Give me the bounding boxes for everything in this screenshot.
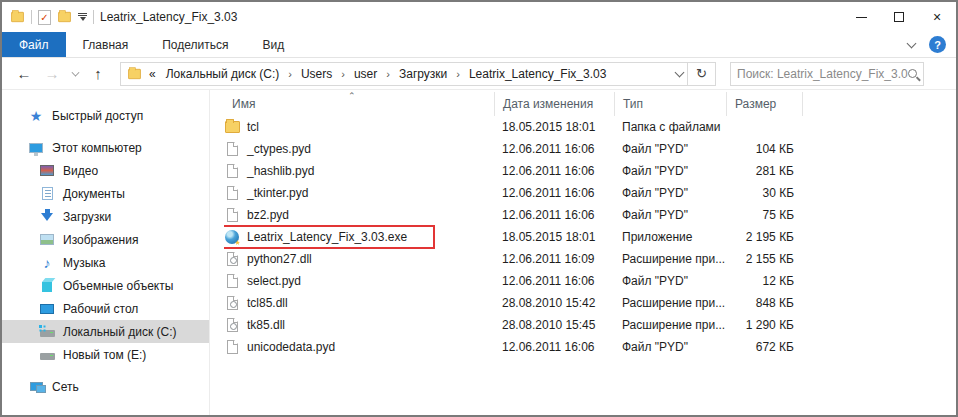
close-button[interactable]: ×	[918, 2, 956, 32]
sidebar-item-downloads[interactable]: Загрузки	[2, 205, 209, 228]
column-header-name[interactable]: Имя	[224, 92, 494, 116]
file-row[interactable]: select.pyd 12.06.2011 16:06 Файл "PYD" 1…	[210, 270, 956, 292]
file-row[interactable]: _tkinter.pyd 12.06.2011 16:06 Файл "PYD"…	[210, 182, 956, 204]
new-folder-icon[interactable]	[58, 12, 71, 22]
forward-icon[interactable]: →	[40, 65, 64, 82]
sidebar-item-this-pc[interactable]: Этот компьютер	[2, 136, 209, 159]
file-type: Расширение при...	[614, 252, 726, 266]
sidebar-item-label: Рабочий стол	[63, 302, 138, 316]
sidebar-item-documents[interactable]: Документы	[2, 182, 209, 205]
navigation-pane: ★ Быстрый доступ Этот компьютер Видео До…	[2, 90, 210, 415]
file-size: 281 КБ	[726, 164, 802, 178]
file-date: 18.05.2015 18:01	[494, 230, 614, 244]
breadcrumb-overflow[interactable]: «	[146, 67, 159, 81]
file-type: Папка с файлами	[614, 120, 726, 134]
file-type: Файл "PYD"	[614, 274, 726, 288]
chevron-right-icon: ›	[339, 68, 347, 80]
breadcrumb-item[interactable]: Users	[298, 67, 335, 81]
breadcrumb-item[interactable]: user	[351, 67, 380, 81]
breadcrumb-item[interactable]: Локальный диск (C:)	[163, 67, 283, 81]
minimize-button[interactable]	[842, 2, 880, 32]
tab-share[interactable]: Поделиться	[145, 32, 245, 57]
maximize-button[interactable]	[880, 2, 918, 32]
file-row[interactable]: _ctypes.pyd 12.06.2011 16:06 Файл "PYD" …	[210, 138, 956, 160]
drive-icon	[39, 347, 55, 363]
folder-icon	[224, 119, 240, 135]
sidebar-item-local-disk-c[interactable]: Локальный диск (C:)	[2, 320, 209, 343]
file-icon	[224, 339, 240, 355]
file-name: select.pyd	[247, 274, 301, 288]
video-icon	[39, 163, 55, 179]
window-controls: ×	[842, 2, 956, 32]
sidebar-item-desktop[interactable]: Рабочий стол	[2, 297, 209, 320]
file-list-pane: ⌃ Имя Дата изменения Тип Размер tcl 18.0…	[210, 90, 956, 415]
chevron-right-icon: ›	[454, 68, 462, 80]
file-icon	[224, 141, 240, 157]
file-row[interactable]: tcl 18.05.2015 18:01 Папка с файлами	[210, 116, 956, 138]
file-name: _hashlib.pyd	[247, 164, 314, 178]
tab-file[interactable]: Файл	[2, 32, 66, 57]
file-row[interactable]: unicodedata.pyd 12.06.2011 16:06 Файл "P…	[210, 336, 956, 358]
file-row[interactable]: python27.dll 12.06.2011 16:09 Расширение…	[210, 248, 956, 270]
file-row[interactable]: tcl85.dll 28.08.2010 15:42 Расширение пр…	[210, 292, 956, 314]
column-header-date[interactable]: Дата изменения	[494, 92, 614, 116]
help-icon[interactable]: ?	[929, 36, 946, 53]
music-note-icon: ♪	[39, 255, 55, 271]
desktop-icon	[39, 301, 55, 317]
dll-file-icon	[224, 295, 240, 311]
search-icon[interactable]	[908, 69, 917, 78]
recent-locations-icon[interactable]	[68, 72, 82, 76]
sidebar-item-pictures[interactable]: Изображения	[2, 228, 209, 251]
file-size: 2 195 КБ	[726, 230, 802, 244]
file-size: 1 290 КБ	[726, 318, 802, 332]
file-date: 12.06.2011 16:06	[494, 164, 614, 178]
file-size: 12 КБ	[726, 274, 802, 288]
sidebar-item-quick-access[interactable]: ★ Быстрый доступ	[2, 104, 209, 127]
tab-view[interactable]: Вид	[245, 32, 301, 57]
file-type: Файл "PYD"	[614, 208, 726, 222]
file-name: tcl	[247, 120, 259, 134]
download-arrow-icon	[39, 209, 55, 225]
file-row[interactable]: tk85.dll 28.08.2010 15:45 Расширение при…	[210, 314, 956, 336]
ribbon-tabs: Файл Главная Поделиться Вид ?	[2, 32, 956, 58]
file-name: unicodedata.pyd	[247, 340, 335, 354]
customize-toolbar-icon[interactable]	[78, 13, 87, 21]
search-input[interactable]	[737, 67, 908, 81]
sidebar-item-label: Локальный диск (C:)	[63, 325, 177, 339]
expand-ribbon-icon[interactable]	[907, 38, 917, 48]
sidebar-item-3d-objects[interactable]: Объемные объекты	[2, 274, 209, 297]
red-highlight-box: Leatrix_Latency_Fix_3.03.exe	[224, 225, 435, 249]
network-icon	[28, 379, 44, 395]
column-header-type[interactable]: Тип	[614, 92, 726, 116]
tab-home[interactable]: Главная	[66, 32, 146, 57]
address-bar[interactable]: « Локальный диск (C:) › Users › user › З…	[120, 62, 688, 86]
address-dropdown-icon[interactable]	[675, 67, 685, 77]
search-box	[730, 62, 924, 86]
title-bar: ✓ Leatrix_Latency_Fix_3.03 ×	[2, 2, 956, 32]
sort-ascending-icon[interactable]: ⌃	[348, 91, 356, 101]
breadcrumb-item[interactable]: Leatrix_Latency_Fix_3.03	[466, 67, 609, 81]
column-header-size[interactable]: Размер	[726, 92, 802, 116]
dll-file-icon	[224, 251, 240, 267]
refresh-icon[interactable]: ↻	[688, 62, 716, 86]
file-date: 12.06.2011 16:06	[494, 208, 614, 222]
properties-icon[interactable]: ✓	[38, 10, 51, 25]
file-row[interactable]: _hashlib.pyd 12.06.2011 16:06 Файл "PYD"…	[210, 160, 956, 182]
ribbon-right-controls: ?	[908, 32, 956, 57]
sidebar-item-new-volume-e[interactable]: Новый том (E:)	[2, 343, 209, 366]
document-icon	[39, 186, 55, 202]
file-row-highlighted[interactable]: Leatrix_Latency_Fix_3.03.exe 18.05.2015 …	[210, 226, 956, 248]
file-row[interactable]: bz2.pyd 12.06.2011 16:06 Файл "PYD" 75 К…	[210, 204, 956, 226]
sidebar-item-label: Сеть	[52, 380, 79, 394]
sidebar-item-music[interactable]: ♪ Музыка	[2, 251, 209, 274]
file-size: 104 КБ	[726, 142, 802, 156]
main-area: ★ Быстрый доступ Этот компьютер Видео До…	[2, 90, 956, 415]
explorer-app-icon	[11, 12, 24, 22]
sidebar-item-videos[interactable]: Видео	[2, 159, 209, 182]
sidebar-item-network[interactable]: Сеть	[2, 375, 209, 398]
breadcrumb-item[interactable]: Загрузки	[396, 67, 450, 81]
back-icon[interactable]: ←	[12, 65, 36, 82]
computer-icon	[28, 140, 44, 156]
pictures-icon	[39, 232, 55, 248]
up-icon[interactable]: ↑	[86, 65, 110, 82]
